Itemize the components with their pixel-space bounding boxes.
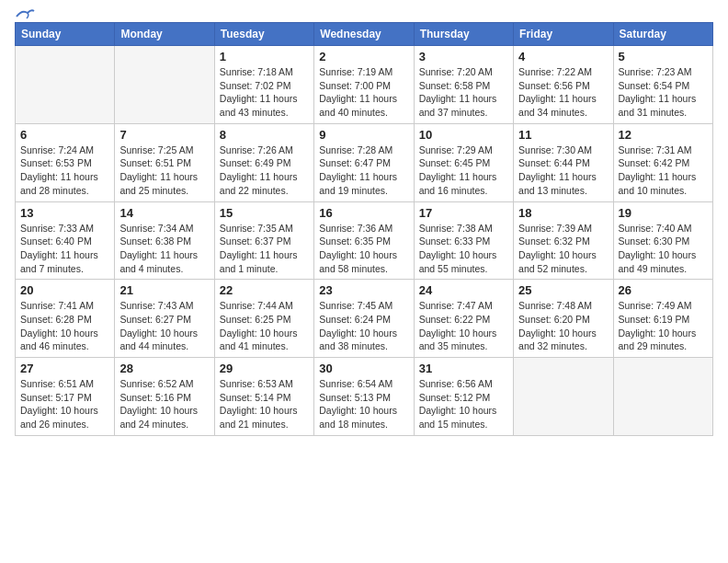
day-info: Sunrise: 7:47 AMSunset: 6:22 PMDaylight:… [419,299,508,353]
calendar-cell: 19Sunrise: 7:40 AMSunset: 6:30 PMDayligh… [613,201,712,280]
calendar-cell: 12Sunrise: 7:31 AMSunset: 6:42 PMDayligh… [613,123,712,201]
calendar-cell: 6Sunrise: 7:24 AMSunset: 6:53 PMDaylight… [16,123,115,201]
calendar-cell [115,46,214,124]
day-number: 2 [319,50,408,63]
calendar-cell: 3Sunrise: 7:20 AMSunset: 6:58 PMDaylight… [414,46,513,124]
day-info: Sunrise: 6:52 AMSunset: 5:16 PMDaylight:… [119,377,209,431]
day-number: 15 [220,206,309,220]
day-number: 31 [419,362,508,375]
day-info: Sunrise: 7:28 AMSunset: 6:47 PMDaylight:… [319,144,408,198]
day-number: 18 [518,206,608,220]
day-number: 24 [419,283,508,297]
day-info: Sunrise: 7:39 AMSunset: 6:32 PMDaylight:… [518,222,608,276]
week-row-2: 6Sunrise: 7:24 AMSunset: 6:53 PMDaylight… [16,123,713,201]
day-info: Sunrise: 7:22 AMSunset: 6:56 PMDaylight:… [518,65,608,120]
day-info: Sunrise: 7:26 AMSunset: 6:49 PMDaylight:… [220,144,309,198]
day-number: 19 [619,206,708,220]
calendar-cell: 27Sunrise: 6:51 AMSunset: 5:17 PMDayligh… [16,358,115,436]
day-number: 29 [220,362,309,375]
calendar-cell: 16Sunrise: 7:36 AMSunset: 6:35 PMDayligh… [314,201,414,280]
calendar-cell: 31Sunrise: 6:56 AMSunset: 5:12 PMDayligh… [414,358,513,436]
day-info: Sunrise: 7:33 AMSunset: 6:40 PMDaylight:… [20,222,109,276]
day-info: Sunrise: 7:35 AMSunset: 6:37 PMDaylight:… [220,222,309,276]
day-number: 22 [220,283,309,297]
day-info: Sunrise: 7:24 AMSunset: 6:53 PMDaylight:… [20,144,109,198]
calendar-cell [16,46,115,124]
day-info: Sunrise: 7:31 AMSunset: 6:42 PMDaylight:… [619,144,708,198]
day-info: Sunrise: 7:19 AMSunset: 7:00 PMDaylight:… [319,65,408,120]
calendar-cell [613,358,712,436]
calendar-table: SundayMondayTuesdayWednesdayThursdayFrid… [15,22,713,436]
day-number: 8 [220,128,309,142]
day-info: Sunrise: 6:54 AMSunset: 5:13 PMDaylight:… [319,377,408,431]
day-info: Sunrise: 7:40 AMSunset: 6:30 PMDaylight:… [619,222,708,276]
day-number: 28 [119,362,209,375]
day-number: 17 [419,206,508,220]
calendar-cell: 29Sunrise: 6:53 AMSunset: 5:14 PMDayligh… [214,358,313,436]
day-info: Sunrise: 6:51 AMSunset: 5:17 PMDaylight:… [20,377,109,431]
day-info: Sunrise: 7:44 AMSunset: 6:25 PMDaylight:… [220,299,309,353]
calendar-cell: 28Sunrise: 6:52 AMSunset: 5:16 PMDayligh… [115,358,214,436]
calendar-cell: 1Sunrise: 7:18 AMSunset: 7:02 PMDaylight… [214,46,313,124]
day-info: Sunrise: 6:56 AMSunset: 5:12 PMDaylight:… [419,377,508,431]
calendar-cell: 14Sunrise: 7:34 AMSunset: 6:38 PMDayligh… [115,201,214,280]
day-info: Sunrise: 7:49 AMSunset: 6:19 PMDaylight:… [619,299,708,353]
day-info: Sunrise: 7:38 AMSunset: 6:33 PMDaylight:… [419,222,508,276]
calendar-cell: 11Sunrise: 7:30 AMSunset: 6:44 PMDayligh… [514,123,613,201]
weekday-header-friday: Friday [514,23,613,46]
calendar-cell [514,358,613,436]
day-info: Sunrise: 7:18 AMSunset: 7:02 PMDaylight:… [220,65,309,120]
day-number: 20 [20,283,109,297]
day-info: Sunrise: 7:25 AMSunset: 6:51 PMDaylight:… [119,144,209,198]
day-number: 3 [419,50,508,63]
day-info: Sunrise: 7:41 AMSunset: 6:28 PMDaylight:… [20,299,109,353]
day-number: 5 [619,50,708,63]
day-number: 13 [20,206,109,220]
weekday-header-monday: Monday [115,23,214,46]
calendar-cell: 2Sunrise: 7:19 AMSunset: 7:00 PMDaylight… [314,46,414,124]
weekday-header-sunday: Sunday [16,23,115,46]
calendar-cell: 17Sunrise: 7:38 AMSunset: 6:33 PMDayligh… [414,201,513,280]
calendar-cell: 13Sunrise: 7:33 AMSunset: 6:40 PMDayligh… [16,201,115,280]
calendar-header-row: SundayMondayTuesdayWednesdayThursdayFrid… [16,23,713,46]
calendar-cell: 24Sunrise: 7:47 AMSunset: 6:22 PMDayligh… [414,280,513,358]
week-row-5: 27Sunrise: 6:51 AMSunset: 5:17 PMDayligh… [16,358,713,436]
calendar-cell: 21Sunrise: 7:43 AMSunset: 6:27 PMDayligh… [115,280,214,358]
day-info: Sunrise: 7:48 AMSunset: 6:20 PMDaylight:… [518,299,608,353]
day-info: Sunrise: 7:36 AMSunset: 6:35 PMDaylight:… [319,222,408,276]
day-number: 12 [619,128,708,142]
day-number: 4 [518,50,608,63]
calendar-cell: 10Sunrise: 7:29 AMSunset: 6:45 PMDayligh… [414,123,513,201]
calendar-cell: 5Sunrise: 7:23 AMSunset: 6:54 PMDaylight… [613,46,712,124]
day-number: 9 [319,128,408,142]
calendar-cell: 30Sunrise: 6:54 AMSunset: 5:13 PMDayligh… [314,358,414,436]
day-number: 11 [518,128,608,142]
day-number: 21 [119,283,209,297]
calendar-cell: 25Sunrise: 7:48 AMSunset: 6:20 PMDayligh… [514,280,613,358]
calendar-cell: 8Sunrise: 7:26 AMSunset: 6:49 PMDaylight… [214,123,313,201]
weekday-header-tuesday: Tuesday [214,23,313,46]
weekday-header-saturday: Saturday [613,23,712,46]
day-number: 10 [419,128,508,142]
day-number: 6 [20,128,109,142]
week-row-4: 20Sunrise: 7:41 AMSunset: 6:28 PMDayligh… [16,280,713,358]
day-number: 30 [319,362,408,375]
day-info: Sunrise: 7:23 AMSunset: 6:54 PMDaylight:… [619,65,708,120]
day-number: 1 [220,50,309,63]
day-info: Sunrise: 7:34 AMSunset: 6:38 PMDaylight:… [119,222,209,276]
day-info: Sunrise: 7:29 AMSunset: 6:45 PMDaylight:… [419,144,508,198]
calendar-cell: 9Sunrise: 7:28 AMSunset: 6:47 PMDaylight… [314,123,414,201]
calendar-cell: 26Sunrise: 7:49 AMSunset: 6:19 PMDayligh… [613,280,712,358]
calendar-cell: 22Sunrise: 7:44 AMSunset: 6:25 PMDayligh… [214,280,313,358]
calendar-cell: 20Sunrise: 7:41 AMSunset: 6:28 PMDayligh… [16,280,115,358]
day-number: 27 [20,362,109,375]
weekday-header-thursday: Thursday [414,23,513,46]
week-row-3: 13Sunrise: 7:33 AMSunset: 6:40 PMDayligh… [16,201,713,280]
week-row-1: 1Sunrise: 7:18 AMSunset: 7:02 PMDaylight… [16,46,713,124]
day-info: Sunrise: 7:45 AMSunset: 6:24 PMDaylight:… [319,299,408,353]
day-info: Sunrise: 7:20 AMSunset: 6:58 PMDaylight:… [419,65,508,120]
day-info: Sunrise: 6:53 AMSunset: 5:14 PMDaylight:… [220,377,309,431]
logo-bird-icon [15,7,35,22]
day-info: Sunrise: 7:43 AMSunset: 6:27 PMDaylight:… [119,299,209,353]
day-number: 7 [119,128,209,142]
